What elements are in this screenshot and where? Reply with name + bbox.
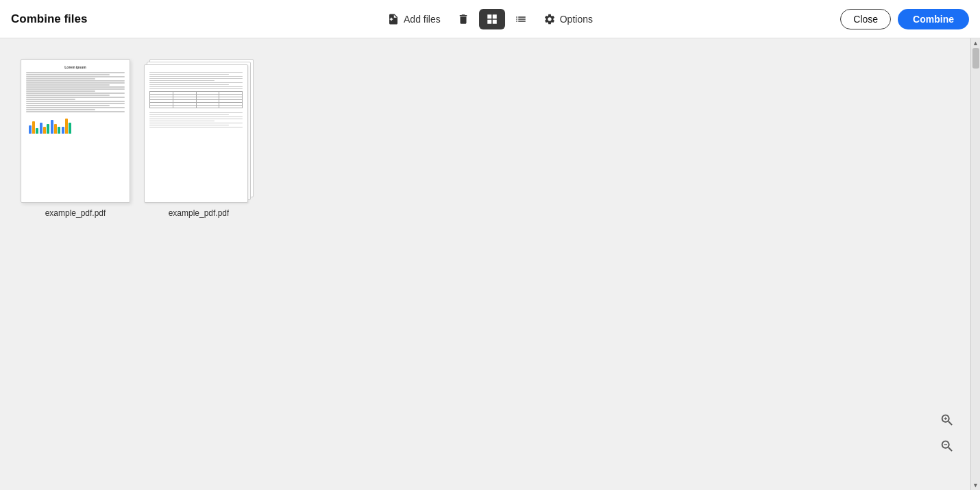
- preview-line: [26, 97, 125, 98]
- files-grid: Lorem ipsum: [21, 59, 950, 218]
- zoom-in-icon: [940, 413, 955, 428]
- preview-line: [26, 72, 125, 73]
- page-title: Combine files: [11, 12, 87, 26]
- list-item[interactable]: Lorem ipsum: [21, 59, 130, 218]
- preview-line: [149, 123, 243, 124]
- preview-line: [26, 111, 125, 112]
- preview-line: [149, 80, 215, 82]
- preview-line: [26, 80, 125, 82]
- zoom-controls: [938, 411, 957, 456]
- list-icon: [515, 13, 527, 25]
- preview-line: [26, 86, 125, 88]
- file-name-1: example_pdf.pdf: [45, 208, 106, 218]
- pdf-preview-1: Lorem ipsum: [21, 60, 130, 202]
- header: Combine files Add files: [0, 0, 980, 38]
- grid-icon: [486, 13, 498, 25]
- delete-button[interactable]: [450, 9, 476, 29]
- preview-line: [26, 88, 125, 90]
- file-thumbnail-2: [144, 59, 254, 203]
- preview-title-1: Lorem ipsum: [26, 65, 125, 69]
- pdf-preview-2: [145, 65, 247, 202]
- preview-line: [149, 84, 229, 86]
- preview-line: [149, 74, 229, 75]
- preview-line: [149, 76, 243, 77]
- combine-button[interactable]: Combine: [898, 9, 969, 29]
- toolbar: Add files Options: [380, 9, 600, 29]
- options-button[interactable]: Options: [537, 9, 600, 29]
- zoom-out-icon: [940, 439, 955, 454]
- trash-icon: [457, 13, 469, 25]
- preview-line: [26, 76, 125, 77]
- close-button[interactable]: Close: [840, 9, 891, 29]
- add-files-icon: [387, 13, 400, 25]
- add-files-label: Add files: [404, 14, 441, 25]
- preview-line: [26, 90, 95, 92]
- grid-view-button[interactable]: [479, 9, 505, 29]
- preview-line: [26, 99, 75, 100]
- file-thumbnail-1: Lorem ipsum: [21, 59, 130, 203]
- preview-line: [149, 88, 243, 90]
- stack-page-front: [144, 64, 248, 203]
- preview-line: [26, 105, 110, 106]
- gear-icon: [543, 13, 556, 25]
- preview-table: [149, 91, 243, 108]
- preview-line: [149, 127, 243, 128]
- files-grid-area: Lorem ipsum: [0, 38, 970, 490]
- scroll-thumb[interactable]: [972, 48, 979, 69]
- preview-line: [26, 101, 125, 102]
- preview-line: [149, 86, 243, 88]
- zoom-in-button[interactable]: [938, 411, 957, 430]
- options-label: Options: [560, 14, 593, 25]
- preview-line: [26, 109, 95, 110]
- preview-line: [149, 125, 229, 126]
- preview-line: [149, 117, 243, 118]
- preview-line: [26, 84, 110, 86]
- list-view-button[interactable]: [508, 9, 534, 29]
- preview-line: [149, 82, 243, 84]
- preview-line: [26, 103, 125, 104]
- preview-line: [149, 78, 243, 79]
- list-item[interactable]: example_pdf.pdf: [144, 59, 254, 218]
- preview-line: [26, 95, 110, 96]
- zoom-out-button[interactable]: [938, 437, 957, 456]
- preview-line: [26, 82, 125, 84]
- main-area: Lorem ipsum: [0, 38, 980, 490]
- scrollbar[interactable]: ▲ ▼: [970, 38, 980, 490]
- preview-chart: [26, 117, 125, 134]
- scroll-up-arrow[interactable]: ▲: [971, 38, 981, 48]
- file-name-2: example_pdf.pdf: [169, 208, 230, 218]
- preview-line: [26, 74, 110, 75]
- preview-line: [149, 112, 243, 114]
- preview-line: [149, 114, 229, 116]
- preview-line: [149, 121, 215, 122]
- preview-line: [26, 93, 125, 94]
- preview-line: [26, 78, 95, 79]
- preview-line: [149, 119, 243, 120]
- preview-line: [149, 72, 243, 73]
- add-files-button[interactable]: Add files: [380, 9, 448, 29]
- header-actions: Close Combine: [840, 9, 969, 29]
- scroll-down-arrow[interactable]: ▼: [971, 480, 981, 490]
- scroll-track[interactable]: [971, 48, 980, 480]
- preview-line: [26, 107, 125, 108]
- content-wrapper: Lorem ipsum: [0, 38, 970, 490]
